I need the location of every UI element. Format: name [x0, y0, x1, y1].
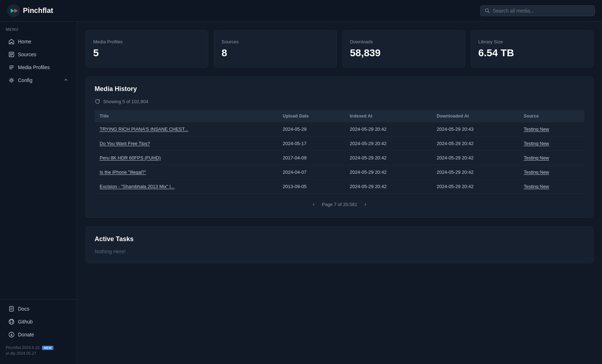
- menu-label: MENU: [0, 27, 77, 35]
- pagination-label: Page 7 of 20,581: [322, 202, 357, 207]
- cell-downloaded-at: 2024-05-29 20:42: [432, 136, 519, 151]
- cell-upload-date: 2024-05-29: [278, 122, 345, 136]
- sidebar-item-github[interactable]: Github: [3, 315, 74, 328]
- active-tasks-section: Active Tasks Nothing Here!: [86, 226, 593, 263]
- media-history-table: Title Upload Date Indexed At Downloaded …: [95, 110, 584, 194]
- sidebar-item-home[interactable]: Home: [3, 35, 74, 48]
- media-history-title: Media History: [95, 85, 584, 93]
- stat-cards: Media Profiles 5 Sources 8 Downloads 58,…: [86, 30, 593, 68]
- title-link[interactable]: Do You Want Free Tips?: [100, 141, 150, 146]
- table-row: Do You Want Free Tips? 2024-05-17 2024-0…: [95, 136, 584, 151]
- stat-card-sources: Sources 8: [214, 30, 336, 68]
- docs-icon: [9, 306, 14, 312]
- sidebar-docs-label: Docs: [18, 306, 29, 312]
- pagination: ‹ Page 7 of 20,581 ›: [95, 200, 584, 209]
- title-link[interactable]: Excision - "Shambhala 2013 Mix" |...: [100, 184, 175, 189]
- search-wrapper[interactable]: [480, 5, 595, 16]
- stat-value-sources: 8: [221, 47, 329, 59]
- cell-downloaded-at: 2024-05-29 20:42: [432, 165, 519, 179]
- svg-text:$: $: [10, 333, 12, 337]
- topnav: Pinchflat: [0, 0, 602, 21]
- cell-downloaded-at: 2024-05-29 20:42: [432, 151, 519, 165]
- sidebar-version: Pinchflat 2024.6.10 NEW yt-dlp 2024.05.2…: [0, 341, 77, 355]
- prev-page-button[interactable]: ‹: [310, 200, 317, 209]
- config-icon: [9, 77, 14, 83]
- sidebar-home-label: Home: [18, 39, 31, 44]
- table-row: Is the iPhone "Illegal?" 2024-04-07 2024…: [95, 165, 584, 179]
- cell-indexed-at: 2024-05-29 20:42: [345, 165, 432, 179]
- title-link[interactable]: Peru 8K HDR 60FPS (FUHD): [100, 155, 161, 161]
- cell-title: Is the iPhone "Illegal?": [95, 165, 278, 179]
- sources-icon: [9, 52, 14, 57]
- cell-upload-date: 2024-04-07: [278, 165, 345, 179]
- showing-text: Showing 5 of 102,904: [103, 99, 148, 104]
- table-row: Peru 8K HDR 60FPS (FUHD) 2017-04-09 2024…: [95, 151, 584, 165]
- cell-title: Peru 8K HDR 60FPS (FUHD): [95, 151, 278, 165]
- app-name: Pinchflat: [23, 6, 53, 15]
- home-icon: [9, 39, 14, 44]
- svg-line-2: [488, 11, 489, 13]
- github-icon: [9, 319, 14, 325]
- cell-indexed-at: 2024-05-29 20:42: [345, 122, 432, 136]
- svg-rect-11: [10, 306, 14, 311]
- table-body: TRYING RICH PIANA'S INSANE CHEST... 2024…: [95, 122, 584, 194]
- refresh-icon[interactable]: [95, 99, 100, 104]
- sidebar: MENU Home Sources Media Profiles: [0, 21, 77, 364]
- title-link[interactable]: Is the iPhone "Illegal?": [100, 169, 146, 175]
- sidebar-item-media-profiles[interactable]: Media Profiles: [3, 61, 74, 74]
- cell-source: Testing New: [519, 151, 584, 165]
- logo: Pinchflat: [7, 4, 53, 17]
- stat-label-media-profiles: Media Profiles: [93, 39, 201, 44]
- col-downloaded-at: Downloaded At: [432, 110, 519, 122]
- stat-value-media-profiles: 5: [93, 47, 201, 59]
- sidebar-item-donate[interactable]: $ Donate: [3, 328, 74, 341]
- sidebar-config-label: Config: [18, 77, 32, 83]
- chevron-up-icon: [64, 77, 68, 83]
- cell-source: Testing New: [519, 179, 584, 194]
- col-title: Title: [95, 110, 278, 122]
- sidebar-item-docs[interactable]: Docs: [3, 302, 74, 315]
- donate-icon: $: [9, 332, 14, 337]
- active-tasks-title: Active Tasks: [95, 235, 584, 243]
- cell-indexed-at: 2024-05-29 20:42: [345, 179, 432, 194]
- source-link[interactable]: Testing New: [524, 169, 549, 175]
- cell-upload-date: 2024-05-17: [278, 136, 345, 151]
- source-link[interactable]: Testing New: [524, 141, 549, 146]
- cell-indexed-at: 2024-05-29 20:42: [345, 151, 432, 165]
- media-profiles-icon: [9, 64, 14, 70]
- source-link[interactable]: Testing New: [524, 184, 549, 189]
- stat-label-downloads: Downloads: [350, 39, 458, 44]
- source-link[interactable]: Testing New: [524, 155, 549, 161]
- new-badge: NEW: [42, 346, 53, 350]
- logo-icon: [7, 4, 20, 17]
- next-page-button[interactable]: ›: [362, 200, 369, 209]
- col-upload-date: Upload Date: [278, 110, 345, 122]
- table-row: TRYING RICH PIANA'S INSANE CHEST... 2024…: [95, 122, 584, 136]
- stat-label-library-size: Library Size: [478, 39, 586, 44]
- stat-card-downloads: Downloads 58,839: [343, 30, 465, 68]
- title-link[interactable]: TRYING RICH PIANA'S INSANE CHEST...: [100, 126, 188, 132]
- media-history-section: Media History Showing 5 of 102,904 Title…: [86, 76, 593, 218]
- stat-card-media-profiles: Media Profiles 5: [86, 30, 208, 68]
- cell-downloaded-at: 2024-05-29 20:43: [432, 122, 519, 136]
- cell-indexed-at: 2024-05-29 20:42: [345, 136, 432, 151]
- sidebar-bottom: Docs Github $ Donate Pinchflat 2024.6.10: [0, 299, 77, 358]
- table-row: Excision - "Shambhala 2013 Mix" |... 201…: [95, 179, 584, 194]
- sidebar-item-config[interactable]: Config: [3, 74, 74, 87]
- source-link[interactable]: Testing New: [524, 126, 549, 132]
- col-indexed-at: Indexed At: [345, 110, 432, 122]
- sidebar-item-sources[interactable]: Sources: [3, 48, 74, 61]
- cell-upload-date: 2013-09-05: [278, 179, 345, 194]
- col-source: Source: [519, 110, 584, 122]
- cell-source: Testing New: [519, 122, 584, 136]
- sidebar-donate-label: Donate: [18, 332, 34, 337]
- stat-card-library-size: Library Size 6.54 TB: [471, 30, 593, 68]
- sidebar-media-profiles-label: Media Profiles: [18, 64, 50, 70]
- table-header: Title Upload Date Indexed At Downloaded …: [95, 110, 584, 122]
- svg-point-10: [11, 80, 13, 81]
- search-input[interactable]: [493, 8, 590, 14]
- cell-upload-date: 2017-04-09: [278, 151, 345, 165]
- search-icon: [485, 8, 490, 13]
- stat-label-sources: Sources: [221, 39, 329, 44]
- sidebar-github-label: Github: [18, 319, 33, 325]
